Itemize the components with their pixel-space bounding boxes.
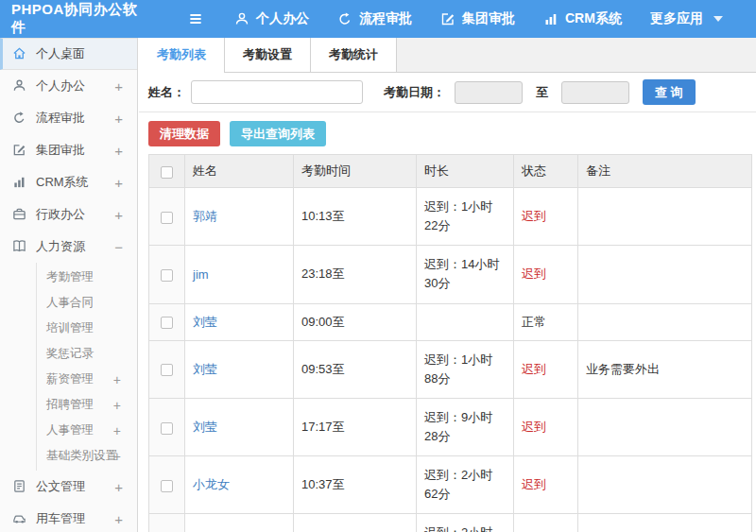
sidebar-subitem-label: 人事合同	[46, 295, 94, 311]
sidebar-item-label: 人力资源	[36, 238, 85, 255]
status-cell: 迟到	[514, 456, 578, 514]
nav-personal-office[interactable]: 个人办公	[234, 10, 309, 27]
duration-cell: 迟到：9小时28分	[417, 398, 514, 455]
sidebar-item-vehicle-management[interactable]: 用车管理 +	[0, 503, 137, 532]
employee-name-link[interactable]: 刘莹	[193, 362, 217, 376]
expand-toggle[interactable]: +	[113, 423, 121, 438]
select-all-checkbox[interactable]	[161, 166, 173, 179]
search-form: 姓名： 考勤日期： 至 查 询	[139, 73, 756, 112]
sidebar-subitem-label: 薪资管理	[46, 371, 94, 387]
attendance-time-cell: 10:37至	[294, 456, 417, 514]
sidebar-item-admin-office[interactable]: 行政办公 +	[0, 198, 137, 231]
sidebar-item-workflow-approval[interactable]: 流程审批 +	[0, 102, 137, 134]
employee-name-link[interactable]: 小龙女	[193, 477, 230, 491]
expand-toggle[interactable]: +	[114, 511, 123, 527]
duration-line: 迟到：2小时90分	[424, 523, 506, 532]
car-icon	[12, 511, 27, 526]
hr-submenu: 考勤管理 人事合同 培训管理 奖惩记录 薪资管理 + 招聘管理 + 人事管理 +…	[36, 263, 137, 471]
sidebar-subitem-personnel-management[interactable]: 人事管理 +	[37, 418, 137, 443]
briefcase-icon	[12, 207, 27, 222]
nav-label: CRM系统	[565, 10, 622, 27]
nav-label: 个人办公	[256, 10, 309, 27]
row-checkbox[interactable]	[161, 364, 173, 376]
sidebar-subitem-hr-contract[interactable]: 人事合同	[37, 290, 137, 316]
row-checkbox[interactable]	[161, 480, 173, 492]
expand-toggle[interactable]: +	[114, 111, 123, 127]
sidebar-subitem-label: 人事管理	[46, 422, 94, 438]
expand-toggle[interactable]: +	[113, 449, 121, 464]
duration-line: 迟到：2小时62分	[424, 466, 506, 504]
attendance-time-cell: 09:53至	[294, 340, 417, 398]
status-badge: 正常	[522, 315, 546, 329]
sidebar-item-official-documents[interactable]: 公文管理 +	[0, 471, 137, 503]
caret-down-icon	[713, 16, 723, 22]
sidebar-item-crm-system[interactable]: CRM系统 +	[0, 166, 137, 198]
table-header-row: 姓名 考勤时间 时长 状态 备注	[149, 155, 752, 188]
toolbar: 清理数据 导出查询列表	[139, 112, 756, 154]
sidebar-item-personal-desktop[interactable]: 个人桌面	[0, 38, 137, 70]
employee-name-link[interactable]: 刘莹	[193, 420, 217, 434]
name-input[interactable]	[191, 80, 363, 104]
search-button[interactable]: 查 询	[643, 79, 696, 105]
nav-crm-system[interactable]: CRM系统	[543, 10, 622, 27]
expand-toggle[interactable]: +	[114, 143, 123, 159]
sidebar-subitem-attendance-management[interactable]: 考勤管理	[37, 265, 137, 290]
table-row: jim 23:18至 迟到：14小时30分 迟到	[149, 246, 752, 303]
sidebar-item-personal-office[interactable]: 个人办公 +	[0, 70, 137, 102]
nav-more-apps[interactable]: 更多应用	[650, 10, 723, 27]
row-checkbox[interactable]	[161, 317, 173, 329]
employee-name-link[interactable]: 刘莹	[193, 315, 217, 329]
sidebar-item-label: 行政办公	[36, 206, 85, 223]
row-checkbox[interactable]	[161, 212, 173, 224]
expand-toggle[interactable]: +	[113, 398, 121, 413]
book-icon	[12, 239, 27, 254]
menu-toggle-icon[interactable]	[187, 9, 206, 28]
note-cell	[578, 456, 752, 514]
sidebar-subitem-salary-management[interactable]: 薪资管理 +	[37, 367, 137, 392]
note-cell: 1111	[578, 514, 752, 532]
sidebar-subitem-reward-punishment[interactable]: 奖惩记录	[37, 341, 137, 367]
sidebar-item-human-resources[interactable]: 人力资源 −	[0, 231, 137, 263]
process-icon	[12, 111, 27, 126]
duration-cell: 迟到：1小时88分	[417, 340, 514, 398]
export-list-button[interactable]: 导出查询列表	[230, 121, 326, 146]
date-from-input[interactable]	[455, 81, 523, 104]
duration-line: 迟到：1小时88分	[424, 351, 506, 388]
sidebar-subitem-training-management[interactable]: 培训管理	[37, 316, 137, 341]
tab-attendance-statistics[interactable]: 考勤统计	[311, 38, 397, 72]
sidebar-item-label: 个人桌面	[36, 45, 85, 62]
tab-attendance-settings[interactable]: 考勤设置	[225, 38, 311, 72]
top-header: PHPOA协同办公软件 个人办公 流程审批 集团审批 CRM系统 更多应用	[0, 0, 756, 38]
expand-toggle[interactable]: +	[114, 175, 123, 191]
expand-toggle[interactable]: +	[114, 479, 123, 495]
attendance-table-wrap: 姓名 考勤时间 时长 状态 备注 郭靖 10:13至 迟到：1小时22分 迟到	[148, 154, 752, 532]
duration-line: 迟到：14小时30分	[424, 255, 506, 293]
row-checkbox[interactable]	[161, 269, 173, 282]
col-header-note: 备注	[578, 155, 752, 188]
row-checkbox[interactable]	[161, 422, 173, 435]
to-label: 至	[536, 84, 548, 101]
status-cell: 迟到	[514, 188, 578, 246]
nav-workflow-approval[interactable]: 流程审批	[337, 10, 412, 27]
sidebar-item-group-approval[interactable]: 集团审批 +	[0, 134, 137, 166]
col-header-name: 姓名	[185, 155, 294, 188]
chart-icon	[12, 175, 27, 190]
collapse-toggle[interactable]: −	[114, 239, 123, 255]
edit-icon	[440, 11, 455, 26]
nav-group-approval[interactable]: 集团审批	[440, 10, 515, 27]
employee-name-link[interactable]: jim	[193, 267, 209, 282]
sidebar-item-label: 流程审批	[36, 110, 85, 127]
expand-toggle[interactable]: +	[114, 78, 123, 94]
sidebar-subitem-base-category-settings[interactable]: 基础类别设置 +	[37, 443, 137, 469]
date-to-input[interactable]	[561, 81, 629, 104]
employee-name-link[interactable]: 郭靖	[193, 209, 217, 223]
clean-data-button[interactable]: 清理数据	[148, 121, 220, 146]
status-badge: 迟到	[522, 420, 546, 434]
sidebar-item-label: CRM系统	[36, 174, 89, 191]
sidebar-subitem-label: 培训管理	[46, 320, 94, 336]
col-header-status: 状态	[514, 155, 578, 188]
sidebar-subitem-recruitment-management[interactable]: 招聘管理 +	[37, 392, 137, 418]
expand-toggle[interactable]: +	[114, 207, 123, 223]
expand-toggle[interactable]: +	[113, 372, 121, 387]
tab-attendance-list[interactable]: 考勤列表	[139, 38, 225, 73]
